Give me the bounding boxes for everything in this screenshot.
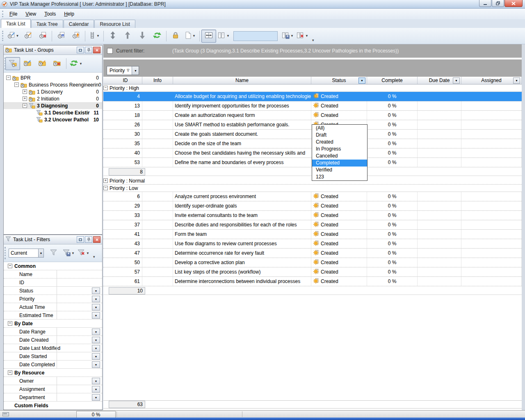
expand-collapse-button[interactable] xyxy=(105,30,120,43)
filter-field-date-completed[interactable]: Date Completed▼ xyxy=(4,361,102,369)
filter-section-common[interactable]: −Common xyxy=(4,262,102,270)
task-priority-button[interactable] xyxy=(68,30,83,43)
filter-preset-combo[interactable]: Current ▼ xyxy=(9,249,44,258)
task-hierarchy-button[interactable]: ▼ xyxy=(87,30,102,43)
chevron-down-icon[interactable]: ▼ xyxy=(226,34,230,38)
filter-section-by-date[interactable]: −By Date xyxy=(4,320,102,328)
menu-file[interactable]: File xyxy=(6,10,21,18)
search-input[interactable] xyxy=(233,31,278,41)
column-header-id[interactable]: ID xyxy=(109,77,142,84)
chevron-down-icon[interactable]: ▼ xyxy=(16,34,19,38)
tab-resource-list[interactable]: Resource List xyxy=(94,20,135,28)
chevron-down-icon[interactable]: ▼ xyxy=(92,394,100,401)
collapse-icon[interactable]: − xyxy=(8,264,12,268)
column-header-complete[interactable]: Complete xyxy=(367,77,418,84)
chevron-down-icon[interactable]: ▼ xyxy=(290,34,294,38)
filters-panel-pin-icon[interactable] xyxy=(85,236,92,243)
chevron-down-icon[interactable]: ▼ xyxy=(92,337,100,343)
move-down-button[interactable] xyxy=(135,30,150,43)
refresh-groups-button[interactable]: ▼ xyxy=(68,57,84,70)
filter-field-date-started[interactable]: Date Started▼ xyxy=(4,352,102,361)
chevron-down-icon[interactable]: ▼ xyxy=(96,34,100,38)
column-header-name[interactable]: Name xyxy=(173,77,311,84)
task-row[interactable]: 18Create an authorization request formCr… xyxy=(103,111,522,120)
new-task-button[interactable]: ▼ xyxy=(6,30,21,43)
filter-field-actual-time[interactable]: Actual Time▼ xyxy=(4,303,102,311)
chevron-down-icon[interactable]: ▼ xyxy=(192,34,196,38)
tab-calendar[interactable]: Calendar xyxy=(64,20,94,28)
task-notes-button[interactable] xyxy=(54,30,68,43)
refresh-button[interactable] xyxy=(150,30,164,43)
current-filter-checkbox[interactable] xyxy=(107,48,113,54)
delete-task-button[interactable] xyxy=(35,30,50,43)
column-header-due-date[interactable]: Due Date▼ xyxy=(418,77,461,84)
chevron-down-icon[interactable]: ▼ xyxy=(92,312,100,319)
dropdown-option-draft[interactable]: Draft xyxy=(312,132,367,139)
task-row[interactable]: 6Analyze current process environmentCrea… xyxy=(103,192,522,201)
tree-item-business-process-reengineerin[interactable]: −Business Process Reengineerin0 xyxy=(4,81,102,88)
collapse-icon[interactable]: − xyxy=(8,370,12,375)
filter-field-estimated-time[interactable]: Estimated Time▼ xyxy=(4,311,102,320)
chevron-down-icon[interactable]: ▼ xyxy=(92,353,100,360)
task-row[interactable]: 50Develop a corrective action planCreate… xyxy=(103,258,522,267)
chevron-down-icon[interactable]: ▼ xyxy=(305,34,308,38)
groups-panel-restore-icon[interactable] xyxy=(77,47,84,53)
filter-field-name[interactable]: Name xyxy=(4,270,102,278)
collapse-icon[interactable]: − xyxy=(103,186,108,190)
chevron-down-icon[interactable]: ▼ xyxy=(38,249,43,257)
dropdown-option-created[interactable]: Created xyxy=(312,139,367,146)
tab-task-list[interactable]: Task List xyxy=(1,19,31,28)
chevron-down-icon[interactable]: ▼ xyxy=(92,361,100,368)
menu-view[interactable]: View xyxy=(22,10,40,18)
toolbar-overflow-icon[interactable]: ▾ xyxy=(312,38,314,44)
filter-field-date-last-modified[interactable]: Date Last Modified▼ xyxy=(4,344,102,352)
menu-tools[interactable]: Tools xyxy=(41,10,59,18)
edit-task-button[interactable] xyxy=(21,30,35,43)
fit-columns-button[interactable] xyxy=(201,30,216,43)
task-row[interactable]: 61Determine interconnections between ind… xyxy=(103,277,522,286)
tree-item-3.2-uncover-pathol[interactable]: 3.2 Uncover Pathol10 xyxy=(4,116,102,123)
group-header-priority-high[interactable]: −Priority : High xyxy=(103,84,522,92)
menu-help[interactable]: Help xyxy=(60,10,78,18)
filter-field-assignment[interactable]: Assignment▼ xyxy=(4,385,102,393)
delete-group-button[interactable] xyxy=(50,57,64,70)
filter-section-by-resource[interactable]: −By Resource xyxy=(4,369,102,377)
apply-filter-button[interactable] xyxy=(46,247,61,260)
tree-item-1-discovery[interactable]: +1 Discovery0 xyxy=(4,88,102,95)
expand-icon[interactable]: + xyxy=(103,178,108,183)
dropdown-option-completed[interactable]: Completed xyxy=(312,160,367,167)
chevron-down-icon[interactable]: ▼ xyxy=(132,66,139,75)
close-button[interactable] xyxy=(504,0,523,7)
clear-filter-button[interactable]: ▼ xyxy=(76,247,91,260)
collapse-icon[interactable]: − xyxy=(23,103,27,108)
collapse-icon[interactable]: − xyxy=(14,82,19,87)
dropdown-option-cancelled[interactable]: Cancelled xyxy=(312,153,367,160)
tree-item-bpr[interactable]: −BPR0 xyxy=(4,74,102,81)
chevron-down-icon[interactable]: ▼ xyxy=(92,386,100,393)
task-row[interactable]: 47Determine occurrence rate for every fa… xyxy=(103,249,522,258)
chevron-down-icon[interactable]: ▼ xyxy=(513,78,520,84)
task-row[interactable]: 37Describe duties and responsibilities f… xyxy=(103,220,522,230)
groups-panel-pin-icon[interactable] xyxy=(85,47,92,53)
groups-panel-close-icon[interactable] xyxy=(93,47,100,53)
filter-field-priority[interactable]: Priority▼ xyxy=(4,295,102,303)
chevron-down-icon[interactable]: ▼ xyxy=(358,78,365,84)
task-row[interactable]: 4Allocate budget for acquiring and utili… xyxy=(103,92,522,101)
group-by-priority-button[interactable]: Priority∇ ▼ xyxy=(107,66,139,75)
task-row[interactable]: 29Identify super-ordinate goalsCreated0 … xyxy=(103,201,522,211)
filters-overflow-icon[interactable]: ▾ xyxy=(93,255,95,260)
chevron-down-icon[interactable]: ▼ xyxy=(79,62,82,66)
filters-panel-close-icon[interactable] xyxy=(93,236,100,243)
clear-view-button[interactable]: ▼ xyxy=(295,30,310,43)
dropdown-option-123[interactable]: 123 xyxy=(312,173,367,180)
chevron-down-icon[interactable]: ▼ xyxy=(92,288,100,294)
expand-icon[interactable]: + xyxy=(23,89,27,94)
filter-section-custom-fields[interactable]: Custom Fields xyxy=(4,402,102,410)
filter-field-status[interactable]: Status▼ xyxy=(4,287,102,295)
collapse-icon[interactable]: − xyxy=(6,75,11,80)
task-row[interactable]: 41Form the teamCreated0 % xyxy=(103,230,522,239)
chevron-down-icon[interactable]: ▼ xyxy=(71,251,75,255)
tree-item-3-diagnosing[interactable]: −3 Diagnosing0 xyxy=(4,102,102,109)
column-header-info[interactable]: Info xyxy=(142,77,173,84)
save-filter-button[interactable]: ▼ xyxy=(61,247,76,260)
